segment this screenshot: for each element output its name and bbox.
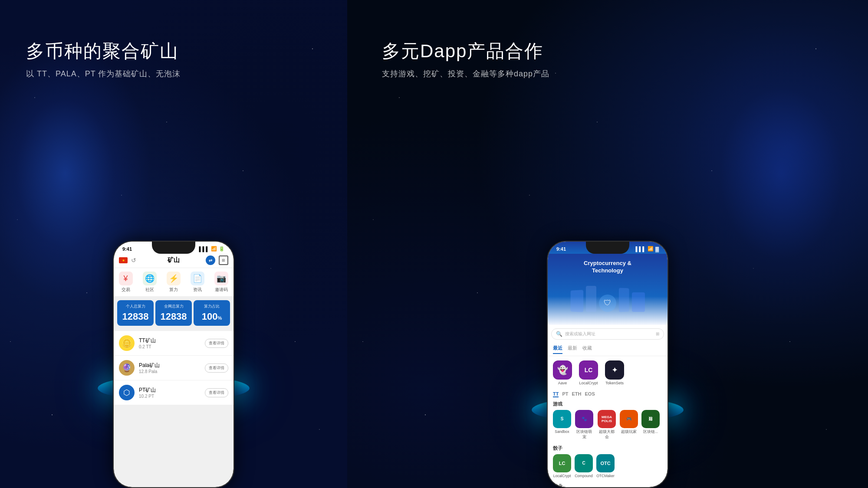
- tokensets-icon: ✦: [605, 360, 624, 380]
- pt-icon: ⬡: [119, 385, 135, 400]
- nav-news[interactable]: 📄 资讯: [191, 272, 204, 293]
- left-title: 多币种的聚合矿山: [26, 39, 181, 63]
- app-sandbox[interactable]: S Sandbox: [553, 410, 571, 440]
- nav-invite[interactable]: 📷 邀请码: [214, 272, 228, 293]
- right-title: 多元Dapp产品合作: [382, 39, 549, 63]
- app-super-player[interactable]: 🎮 超级玩家: [620, 410, 638, 440]
- search-placeholder: 搜索或输入网址: [565, 331, 595, 337]
- shield-icon: 🛡: [604, 298, 612, 308]
- games-section-title: 游戏: [548, 399, 667, 408]
- right-battery-icon: ▓: [655, 246, 659, 252]
- nav-right-icons: ⇄ ⊞: [206, 255, 228, 265]
- dapp-aave[interactable]: 👻 Aave: [553, 360, 572, 385]
- pt-detail-button[interactable]: 查看详情: [205, 388, 228, 397]
- status-bar: 9:41 ▌▌▌ 📶 🔋: [114, 242, 233, 254]
- left-phone-container: 9:41 ▌▌▌ 📶 🔋 ↺ 矿山 ⇄: [113, 241, 234, 488]
- right-phone-container: 9:41 ▌▌▌ 📶 ▓ Cryptocurrency & Technology: [547, 241, 668, 488]
- dapp-tokensets[interactable]: ✦ TokenSets: [605, 360, 624, 385]
- pt-name: PT矿山: [139, 386, 205, 394]
- app-blockchain-game[interactable]: ⛓ 区块链...: [641, 410, 660, 440]
- status-icons: ▌▌▌ 📶 🔋: [199, 246, 225, 252]
- compound-icon: C: [575, 454, 593, 472]
- stat-personal-label: 个人总算力: [121, 304, 150, 309]
- tt-info: TT矿山 0.2 TT: [139, 337, 205, 349]
- chain-pt[interactable]: PT: [562, 391, 568, 397]
- dapp-localcrypt[interactable]: LC LocalCrypt: [579, 360, 598, 385]
- app-blockchain-pet[interactable]: 🐾 区块链萌宠: [575, 410, 594, 440]
- pala-name: Pala矿山: [139, 362, 205, 369]
- tab-recent[interactable]: 最近: [553, 345, 562, 354]
- nav-left-icons: ↺: [119, 257, 136, 264]
- app-illustration: 🛡: [554, 277, 661, 312]
- nav-trade[interactable]: ¥ 交易: [119, 272, 133, 293]
- sandbox-icon: S: [553, 410, 571, 428]
- aave-label: Aave: [558, 381, 567, 385]
- app-localcrypt2[interactable]: LC LocalCrypt: [553, 454, 571, 478]
- left-heading: 多币种的聚合矿山 以 TT、PALA、PT 作为基础矿山、无泡沫: [26, 39, 181, 79]
- dice-section-title: 骰子: [548, 443, 667, 452]
- left-subtitle: 以 TT、PALA、PT 作为基础矿山、无泡沫: [26, 69, 181, 79]
- pala-icon: 🔮: [119, 360, 135, 376]
- left-phone: 9:41 ▌▌▌ 📶 🔋 ↺ 矿山 ⇄: [113, 241, 234, 488]
- tt-detail-button[interactable]: 查看详情: [205, 339, 228, 348]
- flag-icon: [119, 257, 128, 263]
- community-label: 社区: [145, 287, 154, 293]
- blockchain-game-icon: ⛓: [641, 410, 660, 428]
- stat-network-label: 全网总算力: [159, 304, 188, 309]
- community-icon: 🌐: [143, 272, 157, 285]
- left-phone-screen: 9:41 ▌▌▌ 📶 🔋 ↺ 矿山 ⇄: [114, 242, 233, 487]
- super-player-icon: 🎮: [620, 410, 638, 428]
- battery-icon: 🔋: [219, 246, 225, 252]
- menu-icon[interactable]: ⊞: [219, 255, 228, 265]
- games-row: S Sandbox 🐾 区块链萌宠 MEGAPOLIS 超级大都会 🎮 超级玩家: [548, 408, 667, 443]
- illus-block-1: [571, 290, 584, 312]
- app-megapolis[interactable]: MEGAPOLIS 超级大都会: [597, 410, 616, 440]
- nav-community[interactable]: 🌐 社区: [143, 272, 157, 293]
- refresh-icon: ↺: [131, 257, 136, 264]
- hashrate-label: 算力: [169, 287, 178, 293]
- app-otcmaker[interactable]: OTC OTCMaker: [596, 454, 615, 478]
- stat-network-value: 12838: [159, 311, 188, 322]
- blockchain-pet-icon: 🐾: [575, 410, 593, 428]
- pt-amount: 10.2 PT: [139, 394, 205, 399]
- otcmaker-icon: OTC: [596, 454, 615, 472]
- app-title-line1: Cryptocurrency &: [554, 260, 661, 267]
- chain-tabs: TT PT ETH EOS: [548, 390, 667, 399]
- chain-tt[interactable]: TT: [553, 391, 559, 397]
- news-icon: 📄: [191, 272, 204, 285]
- right-status-time: 9:41: [556, 246, 566, 252]
- app-compound[interactable]: C Compound: [575, 454, 593, 478]
- search-bar[interactable]: 🔍 搜索或输入网址 ⊞: [551, 328, 664, 340]
- mine-item-pt: ⬡ PT矿山 10.2 PT 查看详情: [114, 380, 233, 405]
- right-status-bar: 9:41 ▌▌▌ 📶 ▓: [548, 242, 667, 254]
- app-title-line2: Technology: [554, 267, 661, 275]
- stat-ratio-value: 100%: [197, 311, 227, 322]
- sandbox-label: Sandbox: [555, 429, 569, 434]
- pala-detail-button[interactable]: 查看详情: [205, 364, 228, 373]
- mine-list: 🪙 TT矿山 0.2 TT 查看详情 🔮 Pala矿山 12.8 Pala: [114, 331, 233, 405]
- account-icon[interactable]: ⇄: [206, 255, 215, 265]
- stats-grid: 个人总算力 12838 全网总算力 12838 算力占比 100%: [114, 297, 233, 329]
- right-status-icons: ▌▌▌ 📶 ▓: [636, 246, 659, 252]
- tt-name: TT矿山: [139, 337, 205, 344]
- shield-decoration: 🛡: [599, 295, 616, 312]
- phone-nav: ↺ 矿山 ⇄ ⊞: [114, 254, 233, 268]
- right-panel: 多元Dapp产品合作 支持游戏、挖矿、投资、金融等多种dapp产品 9:41 ▌…: [347, 0, 868, 488]
- aave-icon: 👻: [553, 360, 572, 380]
- nav-hashrate[interactable]: ⚡ 算力: [167, 272, 181, 293]
- chain-eth[interactable]: ETH: [572, 391, 582, 397]
- right-signal-icon: ▌▌▌: [636, 246, 646, 252]
- chain-eos[interactable]: EOS: [585, 391, 595, 397]
- right-subtitle: 支持游戏、挖矿、投资、金融等多种dapp产品: [382, 69, 549, 79]
- dapp-tabs: 最近 最新 收藏: [548, 343, 667, 356]
- illus-block-3: [619, 288, 629, 312]
- pala-info: Pala矿山 12.8 Pala: [139, 362, 205, 374]
- tab-latest[interactable]: 最新: [568, 345, 577, 354]
- trade-label: 交易: [122, 287, 130, 293]
- tt-icon: 🪙: [119, 335, 135, 351]
- tt-amount: 0.2 TT: [139, 344, 205, 349]
- right-wifi-icon: 📶: [648, 246, 654, 252]
- nav-title: 矿山: [168, 256, 180, 264]
- stat-network: 全网总算力 12838: [155, 300, 192, 326]
- tab-favorites[interactable]: 收藏: [582, 345, 592, 354]
